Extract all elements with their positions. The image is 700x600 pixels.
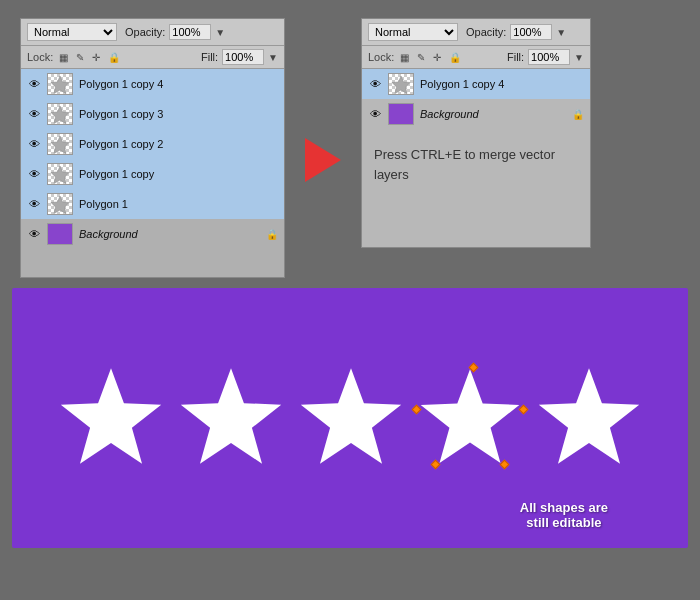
layer-thumb (47, 193, 73, 215)
brush-icon-r[interactable]: ✎ (415, 51, 427, 64)
right-panel-lock-row: Lock: ▦ ✎ ✛ 🔒 Fill: ▼ (362, 46, 590, 69)
layer-item-right-0[interactable]: 👁Polygon 1 copy 4 (362, 69, 590, 99)
opacity-label-right: Opacity: (466, 26, 506, 38)
stars-row: ↖ (56, 366, 644, 480)
move-icon[interactable]: ✛ (90, 51, 102, 64)
layer-name: Polygon 1 copy (79, 168, 278, 180)
layer-thumb (47, 73, 73, 95)
lock-icon[interactable]: 🔒 (106, 51, 122, 64)
svg-marker-1 (51, 106, 69, 124)
svg-marker-6 (61, 368, 161, 464)
fill-input-left[interactable] (222, 49, 264, 65)
eye-icon[interactable]: 👁 (27, 198, 41, 210)
layer-item-left-3[interactable]: 👁Polygon 1 copy (21, 159, 284, 189)
layer-thumb (47, 133, 73, 155)
star (176, 366, 286, 480)
layer-name-right: Polygon 1 copy 4 (420, 78, 584, 90)
svg-marker-4 (51, 196, 69, 214)
svg-marker-7 (181, 368, 281, 464)
layer-lock-badge-right: 🔒 (572, 109, 584, 120)
layer-name: Polygon 1 (79, 198, 278, 210)
move-icon-r[interactable]: ✛ (431, 51, 443, 64)
checkerboard-icon-r[interactable]: ▦ (398, 51, 411, 64)
layer-name: Polygon 1 copy 4 (79, 78, 278, 90)
svg-marker-5 (392, 76, 410, 94)
layer-lock-badge: 🔒 (266, 229, 278, 240)
opacity-arrow-left[interactable]: ▼ (215, 27, 225, 38)
left-layers-list: 👁Polygon 1 copy 4👁Polygon 1 copy 3👁Polyg… (21, 69, 284, 249)
fill-input-right[interactable] (528, 49, 570, 65)
right-layers-list: 👁Polygon 1 copy 4👁Background🔒 (362, 69, 590, 129)
left-panel-toolbar: Normal Opacity: ▼ (21, 19, 284, 46)
merge-hint: Press CTRL+E to merge vector layers (362, 129, 590, 192)
layer-item-left-4[interactable]: 👁Polygon 1 (21, 189, 284, 219)
star (56, 366, 166, 480)
opacity-input-right[interactable] (510, 24, 552, 40)
fill-arrow-right[interactable]: ▼ (574, 52, 584, 63)
opacity-arrow-right[interactable]: ▼ (556, 27, 566, 38)
blend-mode-select-right[interactable]: Normal (368, 23, 458, 41)
arrow-container (305, 18, 341, 182)
layer-name-right: Background (420, 108, 566, 120)
layer-name: Polygon 1 copy 3 (79, 108, 278, 120)
left-panel-lock-row: Lock: ▦ ✎ ✛ 🔒 Fill: ▼ (21, 46, 284, 69)
eye-icon-right[interactable]: 👁 (368, 108, 382, 120)
top-section: Normal Opacity: ▼ Lock: ▦ ✎ ✛ 🔒 Fill: ▼ … (0, 0, 700, 288)
svg-marker-10 (539, 368, 639, 464)
lock-label-left: Lock: (27, 51, 53, 63)
star (534, 366, 644, 480)
layer-name: Background (79, 228, 260, 240)
lock-icons-left: ▦ ✎ ✛ 🔒 (57, 51, 122, 64)
star-selected: ↖ (416, 367, 524, 479)
layer-name: Polygon 1 copy 2 (79, 138, 278, 150)
lock-icon-r[interactable]: 🔒 (447, 51, 463, 64)
svg-marker-9 (421, 369, 520, 463)
layer-item-left-5[interactable]: 👁Background🔒 (21, 219, 284, 249)
eye-icon[interactable]: 👁 (27, 168, 41, 180)
fill-label-right: Fill: (507, 51, 524, 63)
right-layers-panel: Normal Opacity: ▼ Lock: ▦ ✎ ✛ 🔒 Fill: ▼ … (361, 18, 591, 248)
bottom-canvas: ↖ All shapes are still editable (12, 288, 688, 548)
right-arrow (305, 138, 341, 182)
layer-thumb (47, 223, 73, 245)
svg-marker-0 (51, 76, 69, 94)
checkerboard-icon[interactable]: ▦ (57, 51, 70, 64)
bottom-hint: All shapes are still editable (520, 500, 608, 530)
svg-marker-3 (51, 166, 69, 184)
layer-thumb (47, 103, 73, 125)
layer-item-left-2[interactable]: 👁Polygon 1 copy 2 (21, 129, 284, 159)
svg-marker-8 (301, 368, 401, 464)
fill-arrow-left[interactable]: ▼ (268, 52, 278, 63)
eye-icon[interactable]: 👁 (27, 138, 41, 150)
lock-label-right: Lock: (368, 51, 394, 63)
star (296, 366, 406, 480)
eye-icon[interactable]: 👁 (27, 78, 41, 90)
eye-icon[interactable]: 👁 (27, 108, 41, 120)
eye-icon[interactable]: 👁 (27, 228, 41, 240)
fill-label-left: Fill: (201, 51, 218, 63)
left-layers-panel: Normal Opacity: ▼ Lock: ▦ ✎ ✛ 🔒 Fill: ▼ … (20, 18, 285, 278)
opacity-label-left: Opacity: (125, 26, 165, 38)
brush-icon[interactable]: ✎ (74, 51, 86, 64)
lock-icons-right: ▦ ✎ ✛ 🔒 (398, 51, 463, 64)
svg-marker-2 (51, 136, 69, 154)
right-panel-toolbar: Normal Opacity: ▼ (362, 19, 590, 46)
layer-thumb (47, 163, 73, 185)
layer-item-right-1[interactable]: 👁Background🔒 (362, 99, 590, 129)
opacity-input-left[interactable] (169, 24, 211, 40)
blend-mode-select-left[interactable]: Normal (27, 23, 117, 41)
layer-item-left-0[interactable]: 👁Polygon 1 copy 4 (21, 69, 284, 99)
layer-thumb-right (388, 103, 414, 125)
layer-item-left-1[interactable]: 👁Polygon 1 copy 3 (21, 99, 284, 129)
layer-thumb-right (388, 73, 414, 95)
eye-icon-right[interactable]: 👁 (368, 78, 382, 90)
